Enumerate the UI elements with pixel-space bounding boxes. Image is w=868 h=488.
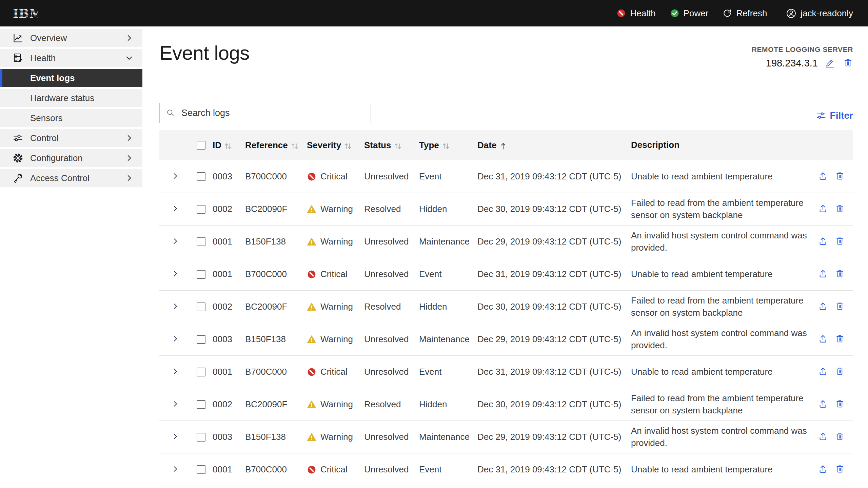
sidebar-item-overview[interactable]: Overview xyxy=(0,29,142,47)
row-checkbox[interactable] xyxy=(197,172,205,181)
header-status-nav: Health Power Refresh jack-readonly xyxy=(616,8,853,19)
row-delete-button[interactable] xyxy=(835,171,845,182)
row-delete-button[interactable] xyxy=(835,399,845,410)
row-checkbox[interactable] xyxy=(197,368,205,376)
row-delete-button[interactable] xyxy=(835,269,845,280)
row-export-button[interactable] xyxy=(818,236,828,247)
health-status-item[interactable]: Health xyxy=(616,8,655,19)
row-severity: Warning xyxy=(320,301,353,312)
column-header-severity[interactable]: Severity xyxy=(303,140,361,151)
row-delete-button[interactable] xyxy=(835,464,845,475)
row-expand-button[interactable] xyxy=(171,367,179,376)
sidebar-item-control[interactable]: Control xyxy=(0,129,142,147)
row-status: Unresolved xyxy=(364,367,409,377)
sort-icon[interactable] xyxy=(223,140,233,150)
row-expand-button[interactable] xyxy=(171,465,179,474)
remote-logging-edit-button[interactable] xyxy=(825,58,835,69)
row-export-button[interactable] xyxy=(818,399,828,410)
upload-icon xyxy=(818,236,828,246)
upload-icon xyxy=(818,203,828,214)
refresh-button[interactable]: Refresh xyxy=(723,8,767,19)
row-checkbox[interactable] xyxy=(197,335,205,344)
table-row: 0001 B700C000 Critical Unresolved Event … xyxy=(159,453,853,486)
upload-icon xyxy=(818,269,828,279)
server-health-icon xyxy=(13,53,23,63)
row-checkbox[interactable] xyxy=(197,433,205,442)
row-reference: B150F138 xyxy=(245,236,286,247)
row-expand-button[interactable] xyxy=(171,302,179,311)
row-id: 0002 xyxy=(213,204,232,214)
user-menu[interactable]: jack-readonly xyxy=(786,8,853,19)
table-row: 0002 BC20090F Warning Resolved Hidden De… xyxy=(159,291,853,323)
row-expand-button[interactable] xyxy=(171,237,179,246)
sort-ascending-icon[interactable] xyxy=(498,140,508,150)
sidebar-item-label: Control xyxy=(30,133,59,143)
search-input[interactable] xyxy=(181,108,364,118)
sort-icon[interactable] xyxy=(441,140,451,150)
row-expand-button[interactable] xyxy=(171,172,179,181)
row-date: Dec 30, 2019 09:43:12 CDT (UTC-5) xyxy=(477,301,621,312)
row-type: Maintenance xyxy=(419,432,470,442)
gear-icon xyxy=(13,153,23,163)
power-status-item[interactable]: Power xyxy=(670,8,709,19)
column-header-type[interactable]: Type xyxy=(416,140,474,151)
row-delete-button[interactable] xyxy=(835,236,845,247)
row-export-button[interactable] xyxy=(818,464,828,475)
column-header-status[interactable]: Status xyxy=(361,140,416,151)
row-export-button[interactable] xyxy=(818,203,828,215)
row-id: 0003 xyxy=(213,171,232,182)
row-description: Unable to read ambient temperature xyxy=(631,366,773,378)
row-export-button[interactable] xyxy=(818,269,828,280)
filter-button[interactable]: Filter xyxy=(816,110,853,121)
row-delete-button[interactable] xyxy=(835,334,845,345)
column-header-reference[interactable]: Reference xyxy=(242,140,303,151)
row-export-button[interactable] xyxy=(818,366,828,377)
row-type: Hidden xyxy=(419,204,447,214)
sidebar-item-sensors[interactable]: Sensors xyxy=(0,109,142,127)
sidebar-item-health[interactable]: Health xyxy=(0,49,142,67)
row-type: Event xyxy=(419,171,442,182)
row-expand-button[interactable] xyxy=(171,432,179,442)
row-export-button[interactable] xyxy=(818,301,828,312)
sort-icon[interactable] xyxy=(393,140,403,150)
chevron-right-icon xyxy=(125,34,134,42)
remote-logging-delete-button[interactable] xyxy=(843,58,853,69)
table-row: 0001 B150F138 Warning Unresolved Mainten… xyxy=(159,226,853,258)
row-expand-button[interactable] xyxy=(171,335,179,344)
row-checkbox[interactable] xyxy=(197,465,205,474)
sort-icon[interactable] xyxy=(290,140,300,150)
row-expand-button[interactable] xyxy=(171,204,179,214)
sidebar-item-label: Overview xyxy=(30,33,67,43)
row-status: Resolved xyxy=(364,204,401,214)
row-checkbox[interactable] xyxy=(197,270,205,279)
row-date: Dec 31, 2019 09:43:12 CDT (UTC-5) xyxy=(477,171,621,182)
row-checkbox[interactable] xyxy=(197,237,205,246)
row-export-button[interactable] xyxy=(818,431,828,443)
row-checkbox[interactable] xyxy=(197,400,205,409)
chevron-right-icon xyxy=(125,154,134,162)
row-checkbox[interactable] xyxy=(197,302,205,311)
column-header-id[interactable]: ID xyxy=(209,140,242,151)
sort-icon[interactable] xyxy=(343,140,353,150)
sidebar-item-configuration[interactable]: Configuration xyxy=(0,149,142,167)
row-expand-button[interactable] xyxy=(171,400,179,409)
row-export-button[interactable] xyxy=(818,334,828,345)
row-delete-button[interactable] xyxy=(835,203,845,215)
sidebar-item-access-control[interactable]: Access Control xyxy=(0,169,142,187)
row-export-button[interactable] xyxy=(818,171,828,182)
row-delete-button[interactable] xyxy=(835,431,845,443)
sidebar-item-event-logs[interactable]: Event logs xyxy=(0,69,142,87)
sidebar-item-label: Sensors xyxy=(30,113,62,123)
column-header-date[interactable]: Date xyxy=(474,140,628,151)
row-expand-button[interactable] xyxy=(171,270,179,279)
row-delete-button[interactable] xyxy=(835,301,845,312)
row-checkbox[interactable] xyxy=(197,205,205,214)
trash-icon xyxy=(835,366,845,376)
line-chart-icon xyxy=(13,33,23,43)
row-id: 0002 xyxy=(213,399,232,410)
row-id: 0003 xyxy=(213,334,232,345)
select-all-checkbox[interactable] xyxy=(197,141,205,150)
sidebar-item-hardware-status[interactable]: Hardware status xyxy=(0,89,142,107)
chevron-right-icon xyxy=(171,302,179,310)
row-delete-button[interactable] xyxy=(835,366,845,377)
